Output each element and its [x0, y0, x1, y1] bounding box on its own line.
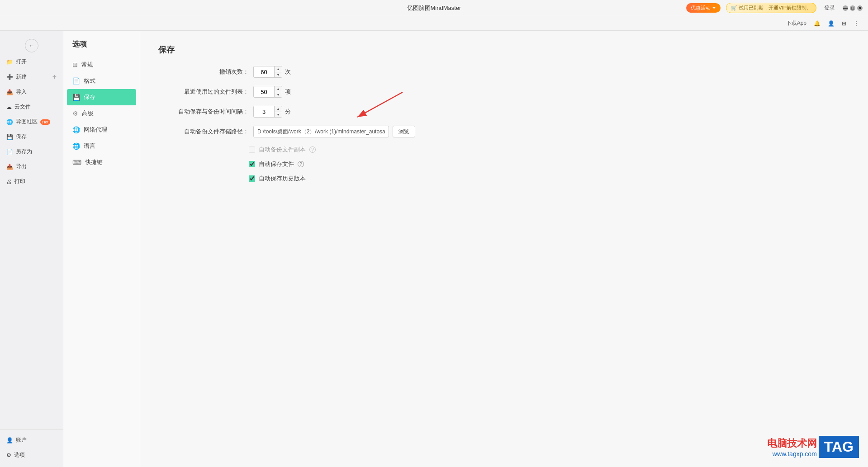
watermark: 电脑技术网 www.tagxp.com TAG	[767, 436, 859, 458]
auto-backup-copy-label: 自动备份文件副本	[259, 146, 306, 154]
menu-item-proxy[interactable]: 🌐 网络代理	[63, 122, 140, 138]
export-label: 导出	[16, 163, 27, 170]
save-menu-label: 保存	[84, 93, 95, 101]
more-icon[interactable]: ⋮	[854, 20, 859, 27]
section-title: 保存	[158, 44, 850, 55]
export-icon: 📤	[6, 164, 13, 170]
menu-item-language[interactable]: 🌐 语言	[63, 138, 140, 154]
undo-count-row: 撤销次数： ▲ ▼ 次	[158, 66, 850, 78]
autosave-interval-spinner[interactable]: ▲ ▼	[253, 106, 282, 118]
shortcuts-label: 快捷键	[85, 158, 103, 166]
sidebar-item-import[interactable]: 📥 导入	[0, 85, 63, 99]
open-label: 打开	[16, 58, 27, 66]
auto-save-history-label: 自动保存历史版本	[259, 175, 306, 183]
sidebar-item-export[interactable]: 📤 导出	[0, 159, 63, 174]
proxy-label: 网络代理	[84, 126, 107, 134]
auto-save-files-label: 自动保存文件	[259, 160, 294, 168]
browse-button[interactable]: 浏览	[393, 126, 415, 137]
vip-button[interactable]: 🛒 试用已到期，开通VIP解锁限制。	[726, 3, 816, 13]
options-panel: 选项 ⊞ 常规 📄 格式 💾 保存 ⚙ 高级 🌐 网络代理 🌐 语言 ⌨ 快捷键	[63, 31, 140, 467]
back-button[interactable]: ←	[25, 39, 38, 52]
cloud-icon: ☁	[6, 104, 12, 110]
undo-count-spinner-btns: ▲ ▼	[274, 66, 282, 77]
recent-files-input[interactable]	[254, 86, 274, 97]
shortcuts-icon: ⌨	[72, 159, 81, 166]
autosave-interval-input[interactable]	[254, 106, 274, 117]
cloud-label: 云文件	[14, 103, 31, 111]
sidebar-item-open[interactable]: 📁 打开	[0, 54, 63, 69]
hot-badge: Hot	[40, 119, 50, 125]
sidebar-item-save[interactable]: 💾 保存	[0, 129, 63, 144]
autosave-interval-up[interactable]: ▲	[275, 106, 282, 112]
save-label: 保存	[16, 133, 27, 141]
undo-count-up[interactable]: ▲	[275, 66, 282, 72]
undo-count-input-wrap: ▲ ▼ 次	[253, 66, 291, 78]
save-icon: 💾	[6, 134, 13, 140]
autosave-interval-down[interactable]: ▼	[275, 112, 282, 118]
menu-item-format[interactable]: 📄 格式	[63, 73, 140, 89]
maximize-button[interactable]: □	[850, 5, 855, 11]
menu-item-shortcuts[interactable]: ⌨ 快捷键	[63, 154, 140, 170]
recent-files-up[interactable]: ▲	[275, 86, 282, 92]
auto-save-history-checkbox[interactable]	[249, 175, 255, 182]
undo-count-down[interactable]: ▼	[275, 72, 282, 78]
sidebar-item-cloud[interactable]: ☁ 云文件	[0, 99, 63, 114]
auto-save-files-checkbox[interactable]	[249, 161, 255, 167]
backup-path-input[interactable]	[253, 126, 389, 137]
community-icon: 🌐	[6, 119, 13, 125]
auto-backup-copy-checkbox[interactable]	[249, 146, 255, 153]
sidebar-item-community[interactable]: 🌐 导图社区 Hot	[0, 114, 63, 129]
advanced-label: 高级	[82, 109, 94, 118]
close-button[interactable]: ✕	[857, 5, 863, 11]
layout-icon[interactable]: ⊞	[842, 20, 846, 27]
format-label: 格式	[84, 77, 95, 85]
auto-save-history-row: 自动保存历史版本	[249, 175, 850, 183]
sidebar-item-new[interactable]: ➕ 新建 +	[0, 69, 63, 85]
watermark-text-line2: www.tagxp.com	[773, 450, 817, 458]
undo-count-unit: 次	[285, 68, 291, 76]
advanced-icon: ⚙	[72, 110, 78, 117]
import-icon: 📥	[6, 89, 13, 95]
account-icon[interactable]: 👤	[828, 20, 835, 27]
sidebar-item-options[interactable]: ⚙ 选项	[0, 448, 63, 462]
recent-files-label: 最近使用过的文件列表：	[158, 88, 249, 96]
language-icon: 🌐	[72, 142, 80, 150]
sidebar-item-account[interactable]: 👤 账户	[0, 433, 63, 448]
menu-item-save[interactable]: 💾 保存	[67, 89, 136, 105]
download-app-toolbar[interactable]: 下载App	[786, 19, 806, 27]
recent-files-row: 最近使用过的文件列表： ▲ ▼ 项	[158, 86, 850, 98]
general-label: 常规	[81, 61, 93, 69]
undo-count-input[interactable]	[254, 66, 274, 77]
language-label: 语言	[84, 142, 95, 150]
options-sidebar-icon: ⚙	[6, 452, 11, 458]
sidebar-item-print[interactable]: 🖨 打印	[0, 174, 63, 189]
app-title: 亿图脑图MindMaster	[407, 4, 461, 12]
window-controls: — □ ✕	[843, 5, 863, 11]
auto-save-files-row: 自动保存文件 ?	[249, 160, 850, 168]
account-sidebar-icon: 👤	[6, 437, 13, 443]
recent-files-spinner-btns: ▲ ▼	[274, 86, 282, 97]
main-content: 保存 撤销次数： ▲ ▼ 次 最近使用过的文件列表：	[140, 31, 868, 467]
undo-count-spinner[interactable]: ▲ ▼	[253, 66, 282, 78]
promo-button[interactable]: 优惠活动 ✦	[686, 3, 721, 13]
app-body: ← 📁 打开 ➕ 新建 + 📥 导入 ☁ 云文件 🌐 导图社区 Hot 💾 保存	[0, 31, 868, 467]
notification-icon[interactable]: 🔔	[814, 20, 821, 27]
autosave-files-help-icon[interactable]: ?	[298, 161, 304, 167]
autosave-interval-row: 自动保存与备份时间间隔： ▲ ▼ 分	[158, 106, 850, 118]
sidebar-item-saveas[interactable]: 📄 另存为	[0, 144, 63, 159]
account-sidebar-label: 账户	[16, 436, 27, 444]
recent-files-down[interactable]: ▼	[275, 92, 282, 98]
recent-files-spinner[interactable]: ▲ ▼	[253, 86, 282, 98]
menu-item-advanced[interactable]: ⚙ 高级	[63, 105, 140, 122]
login-button[interactable]: 登录	[822, 3, 837, 13]
open-icon: 📁	[6, 59, 13, 65]
community-label: 导图社区	[16, 118, 38, 126]
left-sidebar: ← 📁 打开 ➕ 新建 + 📥 导入 ☁ 云文件 🌐 导图社区 Hot 💾 保存	[0, 31, 63, 467]
new-label: 新建	[16, 73, 27, 81]
minimize-button[interactable]: —	[843, 5, 848, 11]
print-icon: 🖨	[6, 179, 12, 185]
menu-item-general[interactable]: ⊞ 常规	[63, 57, 140, 73]
new-icon: ➕	[6, 74, 13, 80]
toolbar-row: 下载App 🔔 👤 ⊞ ⋮	[0, 16, 868, 31]
backup-copy-help-icon[interactable]: ?	[309, 146, 316, 153]
